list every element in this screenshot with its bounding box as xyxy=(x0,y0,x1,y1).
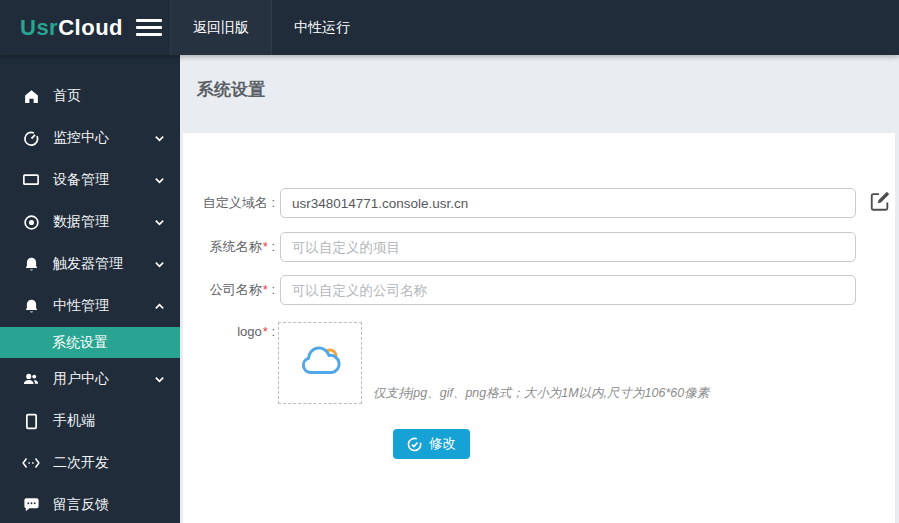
sidebar-item-label: 监控中心 xyxy=(53,129,109,147)
hamburger-icon[interactable] xyxy=(136,19,162,36)
gauge-icon xyxy=(22,129,40,147)
custom-domain-input[interactable] xyxy=(280,188,856,218)
disc-icon xyxy=(22,213,40,231)
company-name-input[interactable] xyxy=(280,275,856,305)
app-logo[interactable]: UsrCloud xyxy=(20,15,123,41)
app-window: UsrCloud 返回旧版 中性运行 首页 监控中心 设备管理 xyxy=(0,0,899,523)
sidebar-item-data-management[interactable]: 数据管理 xyxy=(0,201,180,243)
system-name-input[interactable] xyxy=(280,232,856,262)
chevron-down-icon xyxy=(154,259,165,270)
sidebar-item-label: 手机端 xyxy=(53,412,95,430)
edit-icon[interactable] xyxy=(869,190,891,212)
sidebar-item-label: 二次开发 xyxy=(53,454,109,472)
monitor-icon xyxy=(22,171,40,189)
company-name-label: 公司名称* : xyxy=(183,275,275,305)
sidebar: 首页 监控中心 设备管理 数据管理 xyxy=(0,55,180,523)
sidebar-item-device-management[interactable]: 设备管理 xyxy=(0,159,180,201)
modify-button[interactable]: 修改 xyxy=(393,429,470,459)
logo-part-cloud: Cloud xyxy=(58,15,123,40)
home-icon xyxy=(22,87,40,105)
logo-area: UsrCloud xyxy=(0,0,170,55)
chevron-down-icon xyxy=(154,175,165,186)
settings-card: 自定义域名 : 系统名称* : 公司名称* : logo* : xyxy=(183,133,895,523)
sidebar-item-mobile[interactable]: 手机端 xyxy=(0,400,180,442)
sidebar-subitem-system-settings[interactable]: 系统设置 xyxy=(0,327,180,358)
sidebar-item-label: 留言反馈 xyxy=(53,496,109,514)
main-content: 系统设置 自定义域名 : 系统名称* : 公司名称* : logo* xyxy=(180,55,899,523)
bell-icon xyxy=(22,297,40,315)
sidebar-item-label: 触发器管理 xyxy=(53,255,123,273)
sidebar-item-label: 设备管理 xyxy=(53,171,109,189)
phone-icon xyxy=(22,412,40,430)
top-header: UsrCloud 返回旧版 中性运行 xyxy=(0,0,899,55)
chevron-down-icon xyxy=(154,133,165,144)
sidebar-item-label: 中性管理 xyxy=(53,297,109,315)
code-icon xyxy=(22,454,40,472)
sidebar-item-label: 首页 xyxy=(53,87,81,105)
sidebar-item-secondary-development[interactable]: 二次开发 xyxy=(0,442,180,484)
sidebar-item-user-center[interactable]: 用户中心 xyxy=(0,358,180,400)
modify-button-label: 修改 xyxy=(429,435,456,453)
sidebar-item-monitoring-center[interactable]: 监控中心 xyxy=(0,117,180,159)
chevron-down-icon xyxy=(154,217,165,228)
system-name-label: 系统名称* : xyxy=(183,232,275,262)
sidebar-item-feedback[interactable]: 留言反馈 xyxy=(0,484,180,523)
tab-return-old-version[interactable]: 返回旧版 xyxy=(170,0,272,55)
logo-upload-dropzone[interactable] xyxy=(278,322,362,404)
bell-icon xyxy=(22,255,40,273)
logo-part-usr: Usr xyxy=(20,15,58,40)
users-icon xyxy=(22,370,40,388)
sidebar-item-label: 数据管理 xyxy=(53,213,109,231)
tab-neutral-run[interactable]: 中性运行 xyxy=(272,0,372,55)
chevron-up-icon xyxy=(154,301,165,312)
page-title: 系统设置 xyxy=(197,78,265,101)
sidebar-item-trigger-management[interactable]: 触发器管理 xyxy=(0,243,180,285)
logo-format-note: 仅支持jpg、gif、png格式；大小为1M以内,尺寸为106*60像素 xyxy=(373,385,709,402)
chevron-down-icon xyxy=(154,374,165,385)
logo-label: logo* : xyxy=(183,317,275,347)
cloud-upload-icon xyxy=(295,342,345,384)
sidebar-item-label: 用户中心 xyxy=(53,370,109,388)
sidebar-item-neutral-management[interactable]: 中性管理 xyxy=(0,285,180,327)
sidebar-item-home[interactable]: 首页 xyxy=(0,75,180,117)
check-circle-icon xyxy=(407,437,422,452)
custom-domain-label: 自定义域名 : xyxy=(183,188,275,218)
feedback-icon xyxy=(22,496,40,514)
